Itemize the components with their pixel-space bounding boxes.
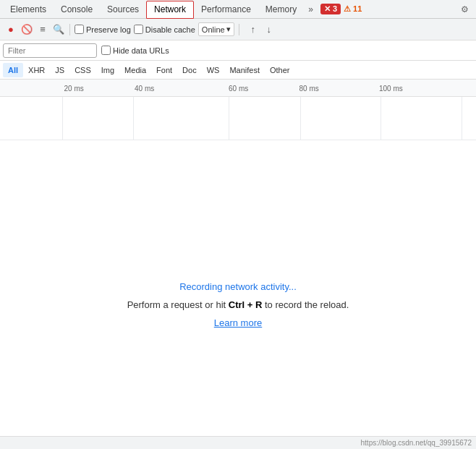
type-btn-img[interactable]: Img	[96, 63, 119, 77]
disable-cache-checkbox-group[interactable]: Disable cache	[134, 25, 195, 34]
settings-gear-icon: ⚙	[461, 4, 469, 14]
timeline-mark-100ms: 100 ms	[379, 84, 403, 92]
warning-icon: ⚠	[344, 4, 351, 13]
chevron-down-icon: ▾	[226, 25, 231, 34]
import-export-area: ↑ ↓	[247, 23, 276, 36]
type-btn-css[interactable]: CSS	[69, 63, 96, 77]
more-tabs-button[interactable]: »	[304, 1, 318, 17]
type-btn-xhr[interactable]: XHR	[23, 63, 50, 77]
instruction-text: Perform a request or hit Ctrl + R to rec…	[127, 299, 349, 310]
learn-more-link[interactable]: Learn more	[214, 317, 262, 328]
devtools-tab-bar: Elements Console Sources Network Perform…	[0, 0, 476, 19]
timeline-mark-40ms: 40 ms	[135, 84, 154, 92]
grid-line-4	[300, 97, 301, 140]
toolbar-divider-1	[69, 24, 70, 35]
network-toolbar: ● 🚫 ≡ 🔍 Preserve log Disable cache Onlin…	[0, 19, 476, 40]
network-empty-state: Recording network activity... Perform a …	[0, 140, 476, 449]
preserve-log-label: Preserve log	[86, 25, 131, 34]
export-button[interactable]: ↓	[263, 23, 276, 36]
timeline-mark-80ms: 80 ms	[299, 84, 319, 92]
grid-line-3	[229, 97, 229, 140]
timeline-marks: 20 ms 40 ms 60 ms 80 ms 100 ms	[3, 80, 473, 96]
hide-urls-checkbox[interactable]	[101, 46, 111, 55]
type-btn-font[interactable]: Font	[151, 63, 177, 77]
filter-row: Hide data URLs	[0, 40, 476, 61]
keyboard-shortcut: Ctrl + R	[229, 299, 263, 310]
instruction-before: Perform a request or hit	[127, 299, 229, 310]
grid-line-1	[62, 97, 63, 140]
preserve-log-checkbox-group[interactable]: Preserve log	[75, 25, 131, 34]
devtools-settings-icon[interactable]: ⚙	[456, 1, 473, 17]
tab-performance[interactable]: Performance	[194, 0, 258, 18]
type-btn-manifest[interactable]: Manifest	[224, 63, 265, 77]
type-btn-other[interactable]: Other	[265, 63, 295, 77]
status-url: https://blog.csdn.net/qq_39915672	[361, 439, 472, 447]
type-filter-row: All XHR JS CSS Img Media Font Doc WS Man…	[0, 61, 476, 80]
tab-network[interactable]: Network	[146, 1, 194, 19]
clear-button[interactable]: 🚫	[20, 23, 33, 36]
search-button[interactable]: 🔍	[52, 23, 65, 36]
filter-input[interactable]	[3, 43, 97, 58]
tab-console[interactable]: Console	[54, 0, 100, 18]
disable-cache-label: Disable cache	[145, 25, 195, 34]
error-count: 3	[333, 4, 337, 13]
hide-urls-checkbox-group[interactable]: Hide data URLs	[101, 46, 169, 55]
type-btn-ws[interactable]: WS	[202, 63, 225, 77]
type-btn-all[interactable]: All	[3, 63, 23, 77]
throttle-select[interactable]: Online ▾	[198, 22, 234, 36]
timeline-mark-20ms: 20 ms	[64, 84, 84, 92]
online-label: Online	[202, 25, 225, 34]
error-count-badge[interactable]: ✕ 3	[320, 4, 341, 14]
disable-cache-checkbox[interactable]	[134, 25, 143, 34]
record-button[interactable]: ●	[4, 23, 17, 36]
recording-status-text: Recording network activity...	[179, 281, 297, 292]
instruction-after: to record the reload.	[262, 299, 349, 310]
type-btn-js[interactable]: JS	[50, 63, 69, 77]
toolbar-divider-2	[239, 24, 239, 35]
tab-sources[interactable]: Sources	[100, 0, 146, 18]
import-button[interactable]: ↑	[247, 23, 260, 36]
tab-elements[interactable]: Elements	[3, 0, 54, 18]
grid-line-5	[381, 97, 381, 140]
error-icon: ✕	[324, 4, 331, 13]
preserve-log-checkbox[interactable]	[75, 25, 84, 34]
filter-toggle-button[interactable]: ≡	[36, 23, 49, 36]
type-btn-doc[interactable]: Doc	[177, 63, 202, 77]
timeline-area	[0, 97, 476, 140]
error-warning-area: ✕ 3 ⚠ 11	[320, 4, 362, 14]
grid-line-6	[462, 97, 462, 140]
type-btn-media[interactable]: Media	[119, 63, 151, 77]
timeline-header: 20 ms 40 ms 60 ms 80 ms 100 ms	[0, 80, 476, 97]
timeline-mark-60ms: 60 ms	[229, 84, 248, 92]
hide-urls-label: Hide data URLs	[113, 46, 169, 55]
tab-memory[interactable]: Memory	[258, 0, 304, 18]
warning-count-badge[interactable]: ⚠ 11	[344, 4, 362, 14]
grid-line-2	[133, 97, 134, 140]
warning-count: 11	[353, 4, 362, 13]
status-bar: https://blog.csdn.net/qq_39915672	[0, 436, 476, 449]
